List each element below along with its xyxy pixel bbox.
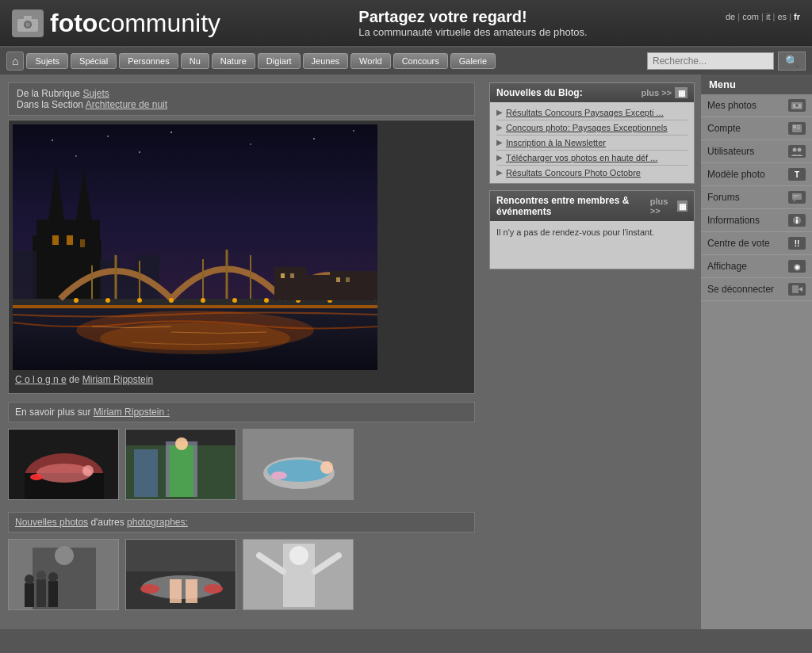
search-button[interactable]: 🔍 bbox=[778, 52, 806, 71]
svg-rect-51 bbox=[346, 277, 350, 282]
svg-rect-45 bbox=[274, 267, 306, 300]
blog-item-3[interactable]: ▶ Télécharger vos photos en haute déf ..… bbox=[496, 151, 688, 166]
photo-title-link[interactable]: C o l o g n e bbox=[15, 374, 67, 385]
blog-box: Nouvelles du Blog: plus >> ▦ ▶ Résultats… bbox=[489, 82, 695, 184]
sidebar-item-modele-photo[interactable]: Modèle photo T bbox=[701, 163, 812, 186]
svg-rect-46 bbox=[306, 275, 330, 300]
sidebar-item-se-deconnecter[interactable]: Se déconnecter bbox=[701, 278, 812, 301]
rubrique-sujets-link[interactable]: Sujets bbox=[82, 88, 109, 99]
blog-link-2[interactable]: Inscription à la Newsletter bbox=[506, 138, 606, 147]
dans-label: Dans la Section bbox=[17, 99, 83, 110]
thumb-2[interactable] bbox=[125, 429, 236, 500]
blog-item-1[interactable]: ▶ Concours photo: Paysages Exceptionnels bbox=[496, 120, 688, 136]
svg-point-63 bbox=[175, 437, 188, 450]
svg-rect-49 bbox=[290, 273, 294, 278]
blog-link-4[interactable]: Résultats Concours Photo Octobre bbox=[506, 168, 641, 178]
svg-point-33 bbox=[74, 298, 79, 303]
nav-jeunes[interactable]: Jeunes bbox=[303, 53, 348, 69]
svg-rect-73 bbox=[36, 579, 46, 607]
thumb-3[interactable] bbox=[243, 429, 354, 500]
svg-point-6 bbox=[107, 136, 109, 137]
blog-title: Nouvelles du Blog: bbox=[496, 87, 583, 98]
rencontres-plus-link[interactable]: plus >> bbox=[650, 197, 675, 216]
svg-point-82 bbox=[204, 584, 223, 594]
sidebar-label-affichage: Affichage bbox=[707, 261, 747, 272]
sidebar-label-modele-photo: Modèle photo bbox=[707, 169, 765, 180]
nav-special[interactable]: Spécial bbox=[71, 53, 117, 69]
nav-nu[interactable]: Nu bbox=[181, 53, 209, 69]
blog-arrow-2: ▶ bbox=[496, 138, 503, 147]
sidebar-label-forums: Forums bbox=[707, 192, 740, 203]
lang-fr[interactable]: fr bbox=[794, 12, 800, 21]
lang-it[interactable]: it bbox=[766, 12, 771, 21]
svg-point-57 bbox=[30, 474, 43, 480]
nav-galerie[interactable]: Galerie bbox=[450, 53, 496, 69]
svg-rect-94 bbox=[793, 125, 796, 128]
nav-bar: ⌂ Sujets Spécial Personnes Nu Nature Dig… bbox=[0, 48, 812, 74]
sidebar-item-mes-photos[interactable]: Mes photos bbox=[701, 94, 812, 117]
lang-com[interactable]: com bbox=[742, 12, 759, 21]
blog-header: Nouvelles du Blog: plus >> ▦ bbox=[490, 83, 694, 102]
svg-rect-18 bbox=[52, 235, 59, 245]
lang-de[interactable]: de bbox=[726, 12, 735, 21]
tagline-h2: Partagez votre regard! bbox=[358, 8, 587, 26]
thumbnails-row bbox=[8, 429, 475, 500]
sidebar-label-utilisateurs: Utilisateurs bbox=[707, 146, 754, 157]
nouvelles-photos-link[interactable]: Nouvelles photos bbox=[15, 517, 88, 528]
logo-text: fotocommunity bbox=[50, 9, 220, 38]
svg-rect-62 bbox=[170, 445, 193, 497]
tagline: Partagez votre regard! La communauté vir… bbox=[358, 8, 587, 38]
lang-es[interactable]: es bbox=[777, 12, 787, 21]
svg-point-81 bbox=[140, 584, 159, 594]
photographes-link[interactable]: photographes: bbox=[127, 517, 188, 528]
blog-arrow-4: ▶ bbox=[496, 168, 503, 177]
svg-rect-19 bbox=[67, 235, 73, 245]
informations-icon bbox=[788, 214, 806, 227]
blog-link-3[interactable]: Télécharger vos photos en haute déf ... bbox=[506, 153, 657, 162]
svg-rect-83 bbox=[170, 579, 182, 603]
sidebar-item-compte[interactable]: Compte bbox=[701, 117, 812, 140]
svg-rect-48 bbox=[281, 273, 285, 278]
blog-content: ▶ Résultats Concours Paysages Excepti ..… bbox=[490, 102, 694, 183]
sidebar-item-affichage[interactable]: Affichage ◉ bbox=[701, 255, 812, 278]
rubrique-header: De la Rubrique Sujets Dans la Section Ar… bbox=[8, 82, 475, 116]
blog-link-0[interactable]: Résultats Concours Paysages Excepti ... bbox=[506, 108, 664, 117]
en-savoir-author-link[interactable]: Miriam Rippstein : bbox=[94, 407, 170, 418]
new-thumb-3[interactable] bbox=[243, 539, 354, 610]
nav-home-button[interactable]: ⌂ bbox=[6, 52, 24, 71]
nav-personnes[interactable]: Personnes bbox=[119, 53, 178, 69]
svg-point-98 bbox=[793, 148, 797, 152]
svg-point-35 bbox=[137, 298, 142, 303]
sidebar-item-centre-de-vote[interactable]: Centre de vote !! bbox=[701, 232, 812, 255]
new-thumb-1[interactable] bbox=[8, 539, 119, 610]
blog-item-0[interactable]: ▶ Résultats Concours Paysages Excepti ..… bbox=[496, 105, 688, 120]
centre-vote-icon: !! bbox=[788, 237, 806, 250]
nav-sujets[interactable]: Sujets bbox=[26, 53, 68, 69]
svg-point-38 bbox=[232, 298, 237, 303]
nav-concours[interactable]: Concours bbox=[393, 53, 448, 69]
rencontres-content: Il n'y a pas de rendez-vous pour l'insta… bbox=[490, 221, 694, 269]
svg-rect-74 bbox=[48, 581, 58, 607]
blog-link-1[interactable]: Concours photo: Paysages Exceptionnels bbox=[506, 123, 668, 132]
blog-item-2[interactable]: ▶ Inscription à la Newsletter bbox=[496, 136, 688, 151]
thumbnails-row2 bbox=[8, 539, 475, 610]
search-input[interactable] bbox=[647, 52, 774, 70]
nav-digiart[interactable]: Digiart bbox=[258, 53, 301, 69]
rencontres-box: Rencontres entre membres & événements pl… bbox=[489, 190, 695, 269]
svg-rect-47 bbox=[330, 271, 377, 300]
section-name-link[interactable]: Architecture de nuit bbox=[86, 99, 167, 110]
blog-plus-link[interactable]: plus >> bbox=[641, 88, 672, 97]
main-wrap: De la Rubrique Sujets Dans la Section Ar… bbox=[0, 74, 812, 629]
sidebar-item-forums[interactable]: Forums bbox=[701, 186, 812, 209]
main-photo[interactable] bbox=[13, 124, 377, 370]
blog-item-4[interactable]: ▶ Résultats Concours Photo Octobre bbox=[496, 166, 688, 180]
rencontres-header: Rencontres entre membres & événements pl… bbox=[490, 191, 694, 221]
nav-nature[interactable]: Nature bbox=[212, 53, 255, 69]
sidebar-item-utilisateurs[interactable]: Utilisateurs bbox=[701, 140, 812, 163]
nav-world[interactable]: World bbox=[350, 53, 391, 69]
new-thumb-2[interactable] bbox=[125, 539, 236, 610]
search-area: 🔍 bbox=[647, 52, 806, 71]
thumb-1[interactable] bbox=[8, 429, 119, 500]
sidebar-item-informations[interactable]: Informations bbox=[701, 209, 812, 232]
photo-author-link[interactable]: Miriam Rippstein bbox=[82, 374, 153, 385]
